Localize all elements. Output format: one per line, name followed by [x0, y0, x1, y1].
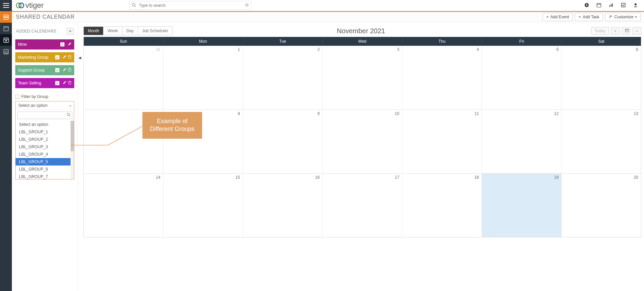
add-record-icon[interactable]	[584, 3, 589, 8]
svg-rect-2	[3, 7, 9, 8]
svg-rect-15	[612, 3, 613, 7]
svg-rect-13	[609, 5, 610, 7]
chevron-down-icon[interactable]	[245, 3, 249, 8]
svg-line-6	[135, 6, 136, 7]
search-input[interactable]	[129, 1, 251, 10]
svg-rect-1	[3, 5, 9, 6]
svg-rect-9	[597, 3, 601, 7]
global-search	[129, 1, 251, 10]
svg-rect-0	[3, 3, 9, 4]
tasks-icon[interactable]	[621, 3, 626, 8]
top-bar: vtiger	[0, 0, 644, 11]
svg-point-5	[132, 3, 135, 6]
search-icon	[132, 3, 136, 8]
calendar-icon[interactable]	[597, 3, 601, 8]
hamburger-menu-icon[interactable]	[0, 0, 12, 11]
svg-rect-14	[611, 4, 611, 7]
logo-text: vtiger	[25, 1, 44, 10]
reports-icon[interactable]	[609, 3, 613, 8]
logo-icon	[16, 2, 25, 9]
logo: vtiger	[12, 1, 48, 10]
topbar-right	[584, 3, 644, 8]
user-icon[interactable]	[633, 3, 638, 8]
svg-point-17	[635, 3, 637, 5]
svg-point-7	[245, 3, 249, 7]
